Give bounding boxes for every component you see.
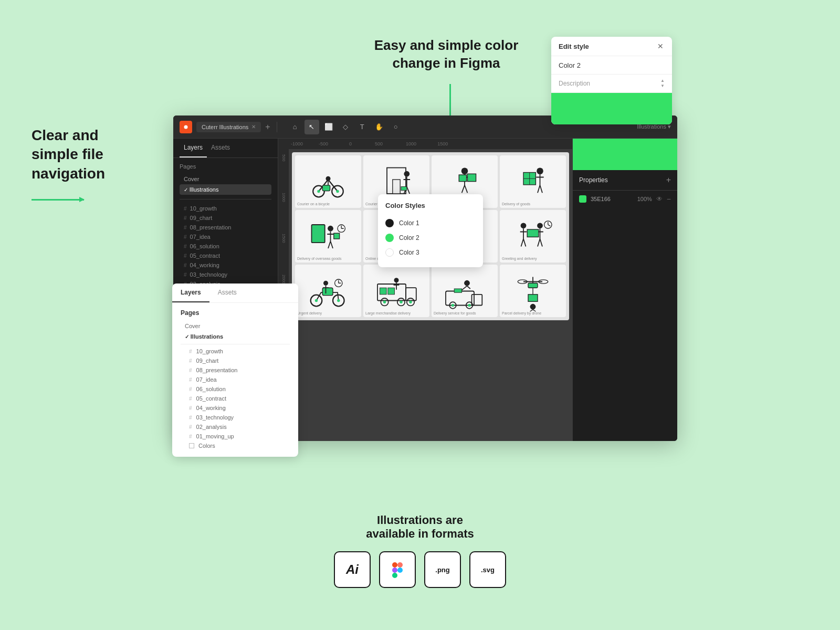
layer-item-06-solution[interactable]: # 06_solution	[181, 384, 290, 394]
hash-icon: #	[189, 424, 192, 430]
remove-property-icon[interactable]: −	[667, 195, 671, 203]
layer-06-solution[interactable]: # 06_solution	[180, 242, 271, 251]
home-tool[interactable]: ⌂	[288, 120, 302, 134]
page-illustrations[interactable]: Illustrations	[181, 331, 290, 342]
page-item-illustrations[interactable]: Illustrations	[180, 184, 271, 195]
illus-12-label: Parcel delivery by drone	[502, 311, 541, 315]
layers-overlay-tab-layers[interactable]: Layers	[172, 284, 209, 302]
svg-rect-11	[459, 175, 466, 182]
layer-item-04-working[interactable]: # 04_working	[181, 403, 290, 413]
tab-close-icon[interactable]: ✕	[251, 124, 256, 130]
hash-icon: #	[184, 253, 187, 259]
color-swatch-dot[interactable]	[579, 195, 586, 203]
svg-rect-12	[467, 174, 476, 181]
svg-rect-78	[392, 573, 397, 578]
svg-point-56	[394, 278, 399, 282]
figma-tab-illustrations[interactable]: Cuterr Illustrations ✕	[196, 122, 261, 132]
format-svg-label: .svg	[481, 566, 495, 574]
svg-rect-19	[334, 233, 340, 239]
arrow-up-icon[interactable]: ▲	[660, 79, 665, 83]
toolbar-tools: ⌂ ↖ ⬜ ◇ T ✋ ○	[288, 120, 403, 134]
layer-item-05-contract[interactable]: # 05_contract	[181, 394, 290, 403]
ruler-v-mark-1000: 1000	[281, 193, 286, 202]
hand-tool[interactable]: ✋	[372, 120, 386, 134]
color1-label: Color 1	[399, 219, 419, 227]
svg-point-65	[464, 280, 470, 286]
color-swatch	[551, 93, 672, 124]
layer-item-07-idea[interactable]: # 07_idea	[181, 375, 290, 384]
hash-icon: #	[189, 405, 192, 411]
color-style-color1[interactable]: Color 1	[385, 216, 476, 230]
hash-icon: #	[189, 396, 192, 402]
hash-icon: #	[184, 262, 187, 268]
svg-point-64	[468, 303, 470, 306]
illus-09: Urgent delivery	[295, 265, 361, 317]
color-style-color3[interactable]: Color 3	[385, 245, 476, 260]
layer-item-colors[interactable]: Colors	[181, 441, 290, 450]
arrow-line	[32, 199, 84, 201]
layer-item-09-chart[interactable]: # 09_chart	[181, 356, 290, 365]
color3-label: Color 3	[399, 249, 419, 256]
layer-item-02-analysis[interactable]: # 02_analysis	[181, 422, 290, 432]
ruler-mark-0: 0	[349, 141, 352, 146]
page-cover[interactable]: Cover	[181, 321, 290, 331]
svg-rect-3	[322, 185, 330, 191]
layer-08-presentation[interactable]: # 08_presentation	[180, 223, 271, 232]
illus-10: Large merchandise delivery	[363, 265, 429, 317]
layer-10-growth[interactable]: # 10_growth	[180, 204, 271, 213]
select-tool[interactable]: ↖	[304, 120, 319, 134]
svg-rect-57	[380, 288, 387, 295]
color-style-color2[interactable]: Color 2	[385, 230, 476, 245]
layer-label: 10_growth	[190, 205, 217, 212]
page-item-cover[interactable]: Cover	[180, 174, 271, 184]
layer-05-contract[interactable]: # 05_contract	[180, 251, 271, 260]
svg-point-74	[530, 303, 536, 309]
color-hex-value: 35E166	[591, 196, 633, 202]
comment-tool[interactable]: ○	[388, 120, 403, 134]
canvas-area[interactable]: -1000 -500 0 500 1000 1500 500 1000 1500…	[278, 139, 572, 441]
format-ai-box: Ai	[334, 551, 371, 588]
hash-icon: #	[184, 234, 187, 240]
layer-03-technology[interactable]: # 03_technology	[180, 270, 271, 279]
illus-08-label: Greeting and delivery	[502, 257, 537, 260]
svg-point-8	[404, 171, 410, 176]
layer-item-08-presentation[interactable]: # 08_presentation	[181, 365, 290, 375]
layer-04-working[interactable]: # 04_working	[180, 260, 271, 270]
tab-assets[interactable]: Assets	[207, 139, 234, 158]
layers-overlay-tab-assets[interactable]: Assets	[209, 284, 245, 302]
illus-10-label: Large merchandise delivery	[365, 311, 411, 315]
text-tool[interactable]: T	[355, 120, 370, 134]
arrow-down-icon[interactable]: ▼	[660, 84, 665, 88]
tab-layers[interactable]: Layers	[180, 139, 207, 158]
add-property-icon[interactable]: +	[666, 175, 671, 185]
illus-08: Greeting and delivery	[500, 210, 566, 262]
top-center-heading: Easy and simple color change in Figma	[357, 37, 536, 72]
shape-tool[interactable]: ◇	[338, 120, 353, 134]
svg-point-13	[537, 167, 543, 174]
format-svg-box: .svg	[469, 551, 506, 588]
color1-dot	[385, 219, 394, 227]
color-name-input[interactable]	[559, 61, 665, 69]
layer-item-01-moving-up[interactable]: # 01_moving_up	[181, 432, 290, 441]
ruler-v-mark-1500: 1500	[281, 234, 286, 243]
bottom-section: Illustrations are available in formats A…	[0, 513, 840, 588]
toolbar-separator	[277, 122, 277, 132]
ruler-mark-n1000: -1000	[291, 141, 303, 146]
layer-09-chart[interactable]: # 09_chart	[180, 213, 271, 223]
top-center-title: Easy and simple color change in Figma	[357, 37, 536, 72]
layer-07-idea[interactable]: # 07_idea	[180, 232, 271, 242]
ruler-mark-1000: 1000	[406, 141, 416, 146]
layer-item-10-growth[interactable]: # 10_growth	[181, 346, 290, 356]
layer-item-03-technology[interactable]: # 03_technology	[181, 413, 290, 422]
pages-section-title: Pages	[181, 309, 290, 317]
close-icon[interactable]: ✕	[656, 42, 665, 50]
property-color-row: 35E166 100% 👁 −	[573, 191, 677, 207]
stepper-arrows[interactable]: ▲ ▼	[660, 79, 665, 88]
pages-divider	[180, 199, 271, 200]
hash-icon: #	[189, 377, 192, 383]
visibility-icon[interactable]: 👁	[656, 195, 663, 203]
tab-add-icon[interactable]: +	[265, 122, 270, 132]
svg-point-55	[409, 300, 412, 303]
frame-tool[interactable]: ⬜	[321, 120, 336, 134]
hash-icon: #	[184, 206, 187, 212]
